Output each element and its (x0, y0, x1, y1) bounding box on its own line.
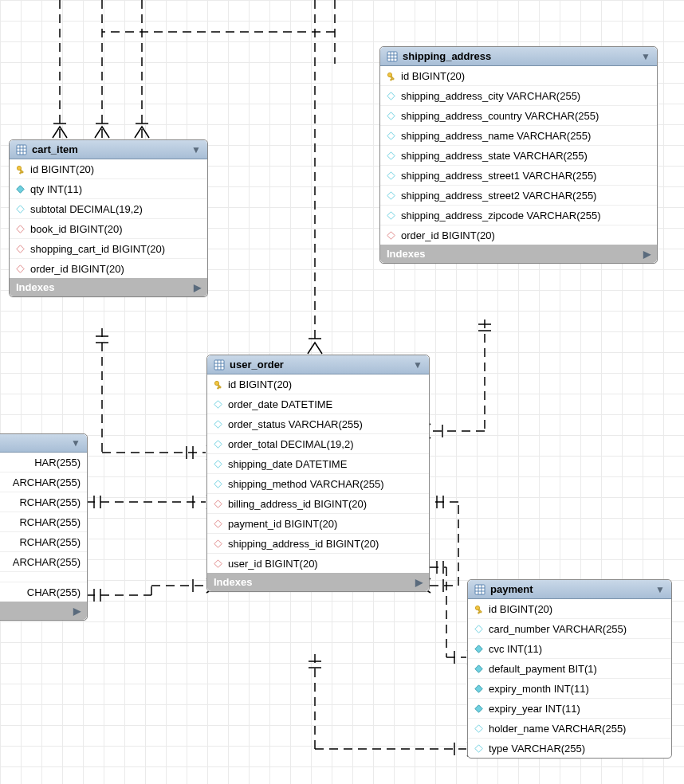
column-row[interactable]: billing_address_id BIGINT(20) (207, 493, 429, 513)
svg-rect-56 (20, 171, 22, 173)
table-header[interactable]: user_order ▼ (207, 355, 429, 374)
column-row[interactable]: shipping_address_street1 VARCHAR(255) (380, 165, 657, 185)
column-row[interactable]: shopping_cart_id BIGINT(20) (10, 238, 207, 258)
column-row[interactable]: RCHAR(255) (0, 492, 87, 512)
primary-key-icon (214, 380, 223, 390)
column-label: order_status VARCHAR(255) (228, 418, 363, 430)
table-payment[interactable]: payment ▼ id BIGINT(20)card_number VARCH… (467, 579, 672, 759)
column-row[interactable]: id BIGINT(20) (10, 159, 207, 178)
chevron-right-icon[interactable]: ▶ (415, 577, 423, 588)
chevron-right-icon[interactable]: ▶ (194, 282, 201, 293)
column-row[interactable]: shipping_address_id BIGINT(20) (207, 533, 429, 553)
column-row[interactable]: shipping_address_city VARCHAR(255) (380, 85, 657, 105)
column-row[interactable]: shipping_address_country VARCHAR(255) (380, 105, 657, 125)
column-row[interactable]: expiry_year INT(11) (468, 698, 671, 718)
table-header[interactable]: payment ▼ (468, 580, 671, 599)
column-row[interactable]: shipping_address_zipcode VARCHAR(255) (380, 205, 657, 225)
column-row[interactable]: order_status VARCHAR(255) (207, 414, 429, 433)
column-label: RCHAR(255) (19, 536, 81, 548)
svg-rect-57 (387, 52, 397, 61)
table-header[interactable]: shipping_address ▼ (380, 47, 657, 66)
table-cart-item[interactable]: cart_item ▼ id BIGINT(20)qty INT(11)subt… (9, 139, 208, 297)
column-row[interactable]: book_id BIGINT(20) (10, 218, 207, 238)
column-row[interactable]: holder_name VARCHAR(255) (468, 718, 671, 738)
indexes-section[interactable]: Indexes ▶ (10, 278, 207, 296)
column-row[interactable]: shipping_date DATETIME (207, 453, 429, 473)
column-icon (214, 460, 223, 469)
column-row[interactable]: RCHAR(255) (0, 531, 87, 551)
column-label: default_payment BIT(1) (489, 663, 597, 675)
column-label: payment_id BIGINT(20) (228, 518, 337, 530)
column-icon (214, 420, 223, 429)
column-label: HAR(255) (34, 457, 81, 468)
column-row[interactable] (0, 571, 87, 582)
column-row[interactable]: default_payment BIT(1) (468, 658, 671, 678)
column-row[interactable]: RCHAR(255) (0, 512, 87, 531)
svg-rect-65 (214, 360, 224, 370)
column-row[interactable]: user_id BIGINT(20) (207, 553, 429, 573)
svg-rect-73 (475, 585, 485, 594)
chevron-down-icon[interactable]: ▼ (71, 437, 81, 449)
column-label: billing_address_id BIGINT(20) (228, 498, 367, 510)
column-row[interactable]: shipping_address_state VARCHAR(255) (380, 145, 657, 165)
indexes-label: Indexes (214, 576, 252, 588)
column-row[interactable]: id BIGINT(20) (380, 66, 657, 85)
column-row[interactable]: cvc INT(11) (468, 638, 671, 658)
table-title: shipping_address (403, 50, 636, 62)
column-row[interactable]: order_id BIGINT(20) (380, 225, 657, 245)
column-row[interactable]: payment_id BIGINT(20) (207, 513, 429, 533)
column-row[interactable]: qty INT(11) (10, 178, 207, 198)
column-row[interactable]: id BIGINT(20) (207, 374, 429, 394)
table-header[interactable]: cart_item ▼ (10, 140, 207, 159)
chevron-right-icon[interactable]: ▶ (643, 249, 651, 260)
column-row[interactable]: type VARCHAR(255) (468, 738, 671, 758)
chevron-down-icon[interactable]: ▼ (191, 144, 201, 155)
table-partial-left[interactable]: ▼ HAR(255)ARCHAR(255)RCHAR(255)RCHAR(255… (0, 433, 88, 621)
table-user-order[interactable]: user_order ▼ id BIGINT(20)order_date DAT… (206, 355, 430, 592)
table-shipping-address[interactable]: shipping_address ▼ id BIGINT(20)shipping… (379, 46, 658, 264)
chevron-right-icon[interactable]: ▶ (73, 606, 81, 617)
column-label: shipping_address_id BIGINT(20) (228, 538, 379, 550)
column-row[interactable]: order_id BIGINT(20) (10, 258, 207, 278)
foreign-key-icon (214, 539, 223, 549)
er-diagram-canvas[interactable]: cart_item ▼ id BIGINT(20)qty INT(11)subt… (0, 0, 684, 784)
column-row[interactable]: order_date DATETIME (207, 394, 429, 414)
column-row[interactable]: HAR(255) (0, 453, 87, 472)
column-icon (214, 440, 223, 449)
indexes-section[interactable]: Indexes ▶ (380, 245, 657, 263)
chevron-down-icon[interactable]: ▼ (413, 359, 423, 370)
column-icon (214, 400, 223, 410)
column-row[interactable]: shipping_address_name VARCHAR(255) (380, 125, 657, 145)
column-label: shipping_method VARCHAR(255) (228, 478, 384, 490)
column-row[interactable]: card_number VARCHAR(255) (468, 618, 671, 638)
column-row[interactable]: ARCHAR(255) (0, 551, 87, 571)
table-header[interactable]: ▼ (0, 434, 87, 453)
indexes-section[interactable]: Indexes ▶ (0, 602, 87, 620)
column-row[interactable]: shipping_method VARCHAR(255) (207, 473, 429, 493)
table-icon (16, 144, 27, 155)
column-row[interactable]: order_total DECIMAL(19,2) (207, 433, 429, 453)
column-icon (474, 744, 484, 754)
chevron-down-icon[interactable]: ▼ (655, 584, 665, 595)
column-row[interactable]: id BIGINT(20) (468, 599, 671, 618)
column-icon (214, 480, 223, 489)
svg-rect-80 (478, 611, 480, 613)
foreign-key-icon (16, 245, 26, 254)
column-row[interactable]: ARCHAR(255) (0, 472, 87, 492)
chevron-down-icon[interactable]: ▼ (641, 51, 651, 62)
column-row[interactable]: CHAR(255) (0, 582, 87, 602)
column-label: shipping_address_zipcode VARCHAR(255) (401, 210, 601, 221)
column-row[interactable]: subtotal DECIMAL(19,2) (10, 198, 207, 218)
column-row[interactable]: shipping_address_street2 VARCHAR(255) (380, 185, 657, 205)
column-label: id BIGINT(20) (228, 378, 292, 390)
column-label: shipping_address_street1 VARCHAR(255) (401, 170, 596, 182)
column-label: id BIGINT(20) (401, 70, 465, 82)
column-label: order_id BIGINT(20) (30, 263, 124, 275)
column-label: id BIGINT(20) (30, 163, 94, 175)
column-icon (474, 704, 484, 714)
column-label: shipping_address_state VARCHAR(255) (401, 150, 588, 162)
column-row[interactable]: expiry_month INT(11) (468, 678, 671, 698)
column-label: type VARCHAR(255) (489, 743, 585, 755)
indexes-section[interactable]: Indexes ▶ (207, 573, 429, 591)
column-label: qty INT(11) (30, 183, 82, 195)
